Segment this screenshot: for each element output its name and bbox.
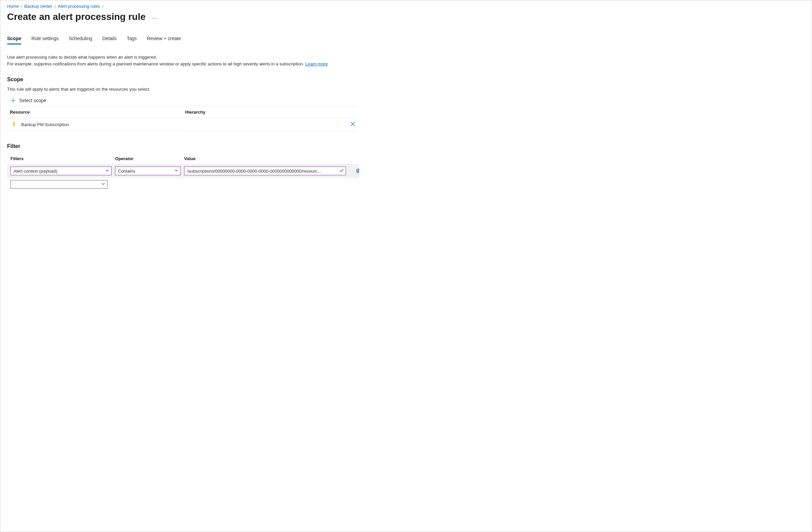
delete-filter-button[interactable] [349, 168, 366, 174]
page-title: Create an alert processing rule [7, 12, 146, 22]
filter-col-value: Value [184, 156, 346, 161]
chevron-right-icon: › [102, 4, 103, 9]
scope-table: Resource Hierarchy Backup PM Sub [7, 106, 358, 131]
scope-col-hierarchy: Hierarchy [183, 106, 344, 118]
tab-tags[interactable]: Tags [127, 36, 137, 44]
svg-rect-2 [14, 126, 15, 127]
chevron-right-icon: › [21, 4, 22, 9]
tab-review-create[interactable]: Review + create [147, 36, 181, 44]
intro-text: Use alert processing rules to decide wha… [7, 54, 358, 67]
filter-filters-value: Alert context (payload) [14, 168, 57, 174]
tab-rule-settings[interactable]: Rule settings [31, 36, 59, 44]
scope-heading: Scope [7, 76, 805, 83]
filter-add-select[interactable] [11, 180, 107, 189]
svg-rect-1 [14, 124, 14, 126]
breadcrumb-home[interactable]: Home [7, 4, 19, 9]
close-icon [350, 122, 355, 127]
intro-line2: For example, suppress notifications from… [7, 61, 305, 66]
checkmark-icon [339, 168, 344, 174]
select-scope-button[interactable]: Select scope [11, 98, 46, 103]
scope-row: Backup PM Subscription [7, 118, 358, 131]
intro-line1: Use alert processing rules to decide wha… [7, 55, 157, 60]
filter-operator-select[interactable]: Contains [115, 166, 181, 175]
chevron-right-icon: › [54, 4, 56, 9]
filter-col-operator: Operator [115, 156, 181, 161]
tab-scheduling[interactable]: Scheduling [69, 36, 92, 44]
filter-block: Filters Operator Value Alert context (pa… [7, 153, 359, 192]
plus-icon [11, 98, 16, 103]
learn-more-link[interactable]: Learn more [305, 61, 328, 66]
tab-details[interactable]: Details [102, 36, 117, 44]
svg-point-3 [14, 123, 14, 123]
filter-row: Alert context (payload) Contains [7, 164, 359, 178]
filter-value-input[interactable] [184, 166, 346, 175]
scope-row-resource: Backup PM Subscription [21, 122, 69, 127]
filter-add-row [7, 178, 359, 192]
tab-scope[interactable]: Scope [7, 36, 21, 44]
breadcrumb-backup-center[interactable]: Backup center [24, 4, 52, 9]
scope-subtext: This rule will apply to alerts that are … [7, 87, 805, 92]
breadcrumb: Home › Backup center › Alert processing … [7, 4, 805, 9]
remove-scope-button[interactable] [344, 118, 358, 131]
trash-icon [355, 168, 361, 174]
chevron-down-icon [105, 168, 109, 174]
filter-col-filters: Filters [11, 156, 112, 161]
chevron-down-icon [101, 182, 105, 187]
chevron-down-icon [174, 168, 178, 174]
tabs: Scope Rule settings Scheduling Details T… [7, 36, 805, 44]
filter-heading: Filter [7, 143, 805, 149]
breadcrumb-alert-processing-rules[interactable]: Alert processing rules [58, 4, 100, 9]
select-scope-label: Select scope [19, 98, 46, 103]
filter-operator-value: Contains [118, 168, 135, 174]
scope-col-resource: Resource [7, 106, 183, 118]
filter-filters-select[interactable]: Alert context (payload) [11, 166, 112, 175]
key-icon [11, 122, 16, 127]
more-icon[interactable]: ··· [152, 15, 157, 21]
